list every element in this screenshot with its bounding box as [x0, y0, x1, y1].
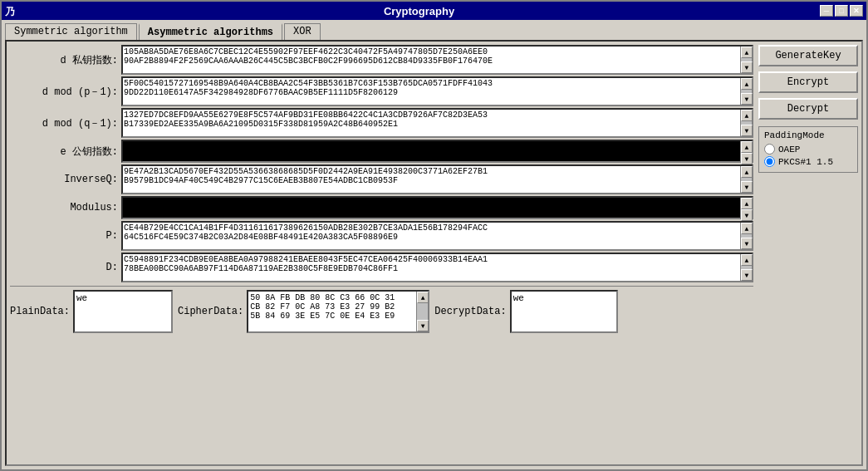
field-row-d-private: d 私钥指数: 105AB8A5DAE76E8A6C7CBEC12C4E5590…	[10, 45, 753, 75]
textarea-d-private[interactable]: 105AB8A5DAE76E8A6C7CBEC12C4E55902F97EEF4…	[123, 47, 740, 73]
main-window: 乃 Cryptography ─ □ ✕ Symmetric algorithm…	[0, 0, 868, 471]
input-dmodp: 5F00C54015727169548B9A640A4CB8BAA2C54F3B…	[121, 76, 753, 106]
label-oaep[interactable]: OAEP	[778, 145, 800, 155]
vscroll-cipher[interactable]: ▲ ▼	[416, 292, 428, 331]
maximize-button[interactable]: □	[835, 5, 848, 17]
tab-symmetric[interactable]: Symmetric algorithm	[5, 23, 137, 40]
decrypt-data-label: DecryptData:	[434, 306, 506, 317]
encrypt-button[interactable]: Encrypt	[758, 71, 858, 93]
label-e-public: e 公钥指数:	[10, 145, 118, 159]
scroll-up-inverseq[interactable]: ▲	[741, 166, 753, 178]
field-row-e-public: e 公钥指数: ▲ ▼	[10, 140, 753, 163]
scroll-up-dmodq[interactable]: ▲	[741, 110, 753, 121]
input-e-public: ▲ ▼	[121, 140, 753, 163]
input-d-private: 105AB8A5DAE76E8A6C7CBEC12C4E55902F97EEF4…	[121, 45, 753, 75]
label-d-private: d 私钥指数:	[10, 53, 118, 67]
bottom-section: PlainData: we CipherData: 50 8A FB DB 80…	[10, 286, 753, 333]
textarea-decrypt[interactable]: we	[512, 292, 616, 331]
cipher-data-group: CipherData: 50 8A FB DB 80 8C C3 66 0C 3…	[178, 290, 429, 333]
scroll-down-dmodq[interactable]: ▼	[741, 125, 753, 136]
scroll-down-e-public[interactable]: ▼	[741, 153, 753, 164]
fields-column: d 私钥指数: 105AB8A5DAE76E8A6C7CBEC12C4E5590…	[10, 45, 753, 461]
field-row-modulus: Modulus: ▲ ▼	[10, 196, 753, 219]
scroll-down-dmodp[interactable]: ▼	[741, 93, 753, 105]
title-bar-left: 乃	[5, 4, 18, 17]
label-dmodq: d mod (q－1):	[10, 116, 118, 130]
window-title: Cryptography	[18, 5, 820, 17]
scroll-down-inverseq[interactable]: ▼	[741, 181, 753, 193]
vscroll-dmodq[interactable]: ▲ ▼	[740, 110, 752, 136]
scroll-up-dmodp[interactable]: ▲	[741, 78, 753, 90]
scroll-down-d[interactable]: ▼	[741, 269, 753, 281]
scroll-up-d[interactable]: ▲	[741, 254, 753, 266]
decrypt-data-group: DecryptData: we	[434, 290, 617, 333]
field-row-p: P: CE44B729E4CC1CA14B1FF4D31161161738962…	[10, 221, 753, 251]
scroll-up-p[interactable]: ▲	[741, 223, 753, 234]
generate-key-button[interactable]: GenerateKey	[758, 45, 858, 66]
textarea-dmodp[interactable]: 5F00C54015727169548B9A640A4CB8BAA2C54F3B…	[123, 78, 740, 105]
label-pkcs[interactable]: PKCS#1 1.5	[778, 157, 833, 167]
padding-mode-group: PaddingMode OAEP PKCS#1 1.5	[758, 126, 858, 173]
vscroll-e-public[interactable]: ▲ ▼	[740, 141, 752, 161]
textarea-d[interactable]: C5948891F234CDB9E0EA8BEA0A97988241EBAEE8…	[123, 254, 740, 281]
field-row-d: D: C5948891F234CDB9E0EA8BEA0A97988241EBA…	[10, 253, 753, 282]
app-logo-icon: 乃	[5, 4, 18, 17]
right-panel: GenerateKey Encrypt Decrypt PaddingMode …	[758, 45, 858, 461]
plain-data-label: PlainData:	[10, 306, 70, 317]
input-p: CE44B729E4CC1CA14B1FF4D31161161738962615…	[121, 221, 753, 251]
vscroll-p[interactable]: ▲ ▼	[740, 223, 752, 249]
scroll-down-cipher[interactable]: ▼	[417, 320, 429, 331]
tab-xor[interactable]: XOR	[284, 23, 321, 40]
input-inverseq: 9E47A2B13CAD5670EF432D55A53663868685D5F0…	[121, 164, 753, 194]
radio-oaep[interactable]	[764, 144, 775, 155]
textarea-cipher[interactable]: 50 8A FB DB 80 8C C3 66 0C 31 CB 82 F7 0…	[248, 292, 416, 331]
cipher-data-input: 50 8A FB DB 80 8C C3 66 0C 31 CB 82 F7 0…	[247, 290, 429, 333]
textarea-modulus[interactable]	[123, 198, 740, 218]
cipher-data-label: CipherData:	[178, 306, 243, 317]
label-p: P:	[10, 230, 118, 242]
title-bar: 乃 Cryptography ─ □ ✕	[2, 2, 866, 20]
tab-content: d 私钥指数: 105AB8A5DAE76E8A6C7CBEC12C4E5590…	[5, 40, 863, 466]
vscroll-d[interactable]: ▲ ▼	[740, 254, 752, 281]
plain-data-input: we	[73, 290, 173, 333]
textarea-dmodq[interactable]: 1327ED7DC8EFD9AA55E6279E8F5C574AF9BD31FE…	[123, 110, 740, 136]
minimize-button[interactable]: ─	[820, 5, 833, 17]
radio-row-oaep: OAEP	[764, 144, 852, 155]
input-d: C5948891F234CDB9E0EA8BEA0A97988241EBAEE8…	[121, 253, 753, 282]
scroll-down-d-private[interactable]: ▼	[741, 61, 753, 73]
radio-row-pkcs: PKCS#1 1.5	[764, 156, 852, 167]
scroll-down-modulus[interactable]: ▼	[741, 209, 753, 221]
decrypt-data-input: we	[510, 290, 618, 333]
textarea-e-public[interactable]	[123, 141, 740, 161]
svg-text:乃: 乃	[5, 6, 15, 17]
scroll-up-modulus[interactable]: ▲	[741, 198, 753, 209]
decrypt-button[interactable]: Decrypt	[758, 98, 858, 120]
input-modulus: ▲ ▼	[121, 196, 753, 219]
field-row-dmodp: d mod (p－1): 5F00C54015727169548B9A640A4…	[10, 76, 753, 106]
scroll-track-cipher	[417, 303, 428, 320]
vscroll-inverseq[interactable]: ▲ ▼	[740, 166, 752, 193]
tab-bar: Symmetric algorithm Asymmetric algorithm…	[2, 20, 866, 40]
radio-pkcs[interactable]	[764, 156, 775, 167]
field-row-dmodq: d mod (q－1): 1327ED7DC8EFD9AA55E6279E8F5…	[10, 108, 753, 138]
input-dmodq: 1327ED7DC8EFD9AA55E6279E8F5C574AF9BD31FE…	[121, 108, 753, 138]
vscroll-dmodp[interactable]: ▲ ▼	[740, 78, 752, 105]
title-bar-controls: ─ □ ✕	[820, 5, 863, 17]
close-button[interactable]: ✕	[850, 5, 863, 17]
label-modulus: Modulus:	[10, 202, 118, 213]
label-inverseq: InverseQ:	[10, 174, 118, 185]
tab-asymmetric[interactable]: Asymmetric algorithms	[139, 23, 282, 40]
padding-mode-title: PaddingMode	[764, 130, 852, 140]
label-dmodp: d mod (p－1):	[10, 85, 118, 99]
scroll-up-e-public[interactable]: ▲	[741, 141, 753, 153]
field-row-inverseq: InverseQ: 9E47A2B13CAD5670EF432D55A53663…	[10, 164, 753, 194]
vscroll-modulus[interactable]: ▲ ▼	[740, 198, 752, 218]
scroll-up-d-private[interactable]: ▲	[741, 47, 753, 58]
plain-data-group: PlainData: we	[10, 290, 173, 333]
textarea-p[interactable]: CE44B729E4CC1CA14B1FF4D31161161738962615…	[123, 223, 740, 249]
scroll-down-p[interactable]: ▼	[741, 238, 753, 249]
scroll-up-cipher[interactable]: ▲	[417, 292, 429, 303]
textarea-plain[interactable]: we	[75, 292, 171, 331]
textarea-inverseq[interactable]: 9E47A2B13CAD5670EF432D55A53663868685D5F0…	[123, 166, 740, 193]
vscroll-d-private[interactable]: ▲ ▼	[740, 47, 752, 73]
